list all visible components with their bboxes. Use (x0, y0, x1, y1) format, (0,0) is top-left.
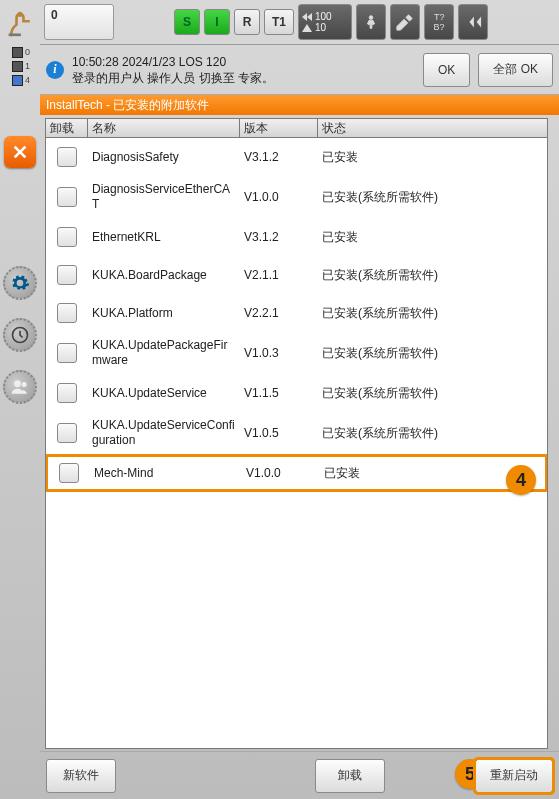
cell-name: EthernetKRL (88, 218, 240, 256)
cell-state: 已安装(系统所需软件) (318, 412, 547, 454)
status-i[interactable]: I (204, 9, 230, 35)
axis-indicator-0: 0 (0, 45, 40, 59)
cell-version: V1.0.3 (240, 332, 318, 374)
cell-state: 已安装(系统所需软件) (318, 294, 547, 332)
uninstall-checkbox[interactable] (57, 227, 77, 247)
uninstall-checkbox[interactable] (57, 423, 77, 443)
cell-version: V1.0.0 (240, 176, 318, 218)
run-icon[interactable] (356, 4, 386, 40)
uninstall-checkbox[interactable] (57, 265, 77, 285)
cell-name: KUKA.BoardPackage (88, 256, 240, 294)
cell-name: DiagnosisSafety (88, 138, 240, 176)
callout-4: 4 (506, 465, 536, 495)
clock-icon[interactable] (3, 318, 37, 352)
close-button[interactable] (4, 136, 36, 168)
cell-name: Mech-Mind (90, 457, 242, 489)
table-row[interactable]: DiagnosisSafetyV3.1.2已安装 (46, 138, 547, 176)
status-s[interactable]: S (174, 9, 200, 35)
cell-name: KUKA.UpdateServiceConfiguration (88, 412, 240, 454)
table-row[interactable]: KUKA.PlatformV2.2.1已安装(系统所需软件) (46, 294, 547, 332)
svg-rect-1 (9, 33, 21, 36)
tool-icon[interactable] (390, 4, 420, 40)
svg-point-3 (14, 380, 21, 387)
table-row[interactable]: KUKA.BoardPackageV2.1.1已安装(系统所需软件) (46, 256, 547, 294)
tb-indicator[interactable]: T?B? (424, 4, 454, 40)
uninstall-checkbox[interactable] (57, 303, 77, 323)
cell-state: 已安装 (318, 138, 547, 176)
robot-icon (0, 0, 40, 45)
all-ok-button[interactable]: 全部 OK (478, 53, 553, 87)
info-icon: i (46, 61, 64, 79)
table-row[interactable]: DiagnosisServiceEtherCATV1.0.0已安装(系统所需软件… (46, 176, 547, 218)
table-row[interactable]: KUKA.UpdateServiceConfigurationV1.0.5已安装… (46, 412, 547, 454)
skip-icon[interactable] (458, 4, 488, 40)
cell-version: V1.0.0 (242, 457, 320, 489)
new-software-button[interactable]: 新软件 (46, 759, 116, 793)
cell-name: KUKA.UpdatePackageFirmware (88, 332, 240, 374)
svg-point-4 (22, 382, 27, 387)
speed-indicator[interactable]: 100 10 (298, 4, 352, 40)
cell-version: V3.1.2 (240, 218, 318, 256)
axis-indicator-1: 1 (0, 59, 40, 73)
cell-version: V3.1.2 (240, 138, 318, 176)
software-table: DiagnosisSafetyV3.1.2已安装DiagnosisService… (45, 138, 548, 749)
cell-state: 已安装 (318, 218, 547, 256)
table-row[interactable]: KUKA.UpdateServiceV1.1.5已安装(系统所需软件) (46, 374, 547, 412)
cell-state: 已安装(系统所需软件) (318, 176, 547, 218)
ok-button[interactable]: OK (423, 53, 470, 87)
uninstall-checkbox[interactable] (57, 383, 77, 403)
cell-name: KUKA.Platform (88, 294, 240, 332)
message-text: 10:50:28 2024/1/23 LOS 120 登录的用户从 操作人员 切… (72, 54, 415, 86)
program-number[interactable]: 0 (44, 4, 114, 40)
table-header: 卸载 名称 版本 状态 (45, 118, 548, 138)
uninstall-checkbox[interactable] (57, 187, 77, 207)
page-title: InstallTech - 已安装的附加软件 (40, 95, 559, 115)
cell-state: 已安装(系统所需软件) (318, 256, 547, 294)
cell-version: V2.1.1 (240, 256, 318, 294)
table-row[interactable]: Mech-MindV1.0.0已安装 (45, 454, 548, 492)
cell-version: V1.0.5 (240, 412, 318, 454)
cell-version: V1.1.5 (240, 374, 318, 412)
table-row[interactable]: EthernetKRLV3.1.2已安装 (46, 218, 547, 256)
svg-point-0 (17, 11, 22, 16)
cell-name: DiagnosisServiceEtherCAT (88, 176, 240, 218)
uninstall-checkbox[interactable] (59, 463, 79, 483)
status-r[interactable]: R (234, 9, 260, 35)
cell-name: KUKA.UpdateService (88, 374, 240, 412)
users-icon[interactable] (3, 370, 37, 404)
cell-state: 已安装(系统所需软件) (318, 374, 547, 412)
uninstall-checkbox[interactable] (57, 343, 77, 363)
cell-state: 已安装(系统所需软件) (318, 332, 547, 374)
restart-button[interactable]: 重新启动 (475, 759, 553, 793)
gear-icon[interactable] (3, 266, 37, 300)
uninstall-checkbox[interactable] (57, 147, 77, 167)
mode-t1[interactable]: T1 (264, 9, 294, 35)
table-row[interactable]: KUKA.UpdatePackageFirmwareV1.0.3已安装(系统所需… (46, 332, 547, 374)
cell-version: V2.2.1 (240, 294, 318, 332)
uninstall-button[interactable]: 卸载 (315, 759, 385, 793)
axis-indicator-2: 4 (0, 73, 40, 87)
